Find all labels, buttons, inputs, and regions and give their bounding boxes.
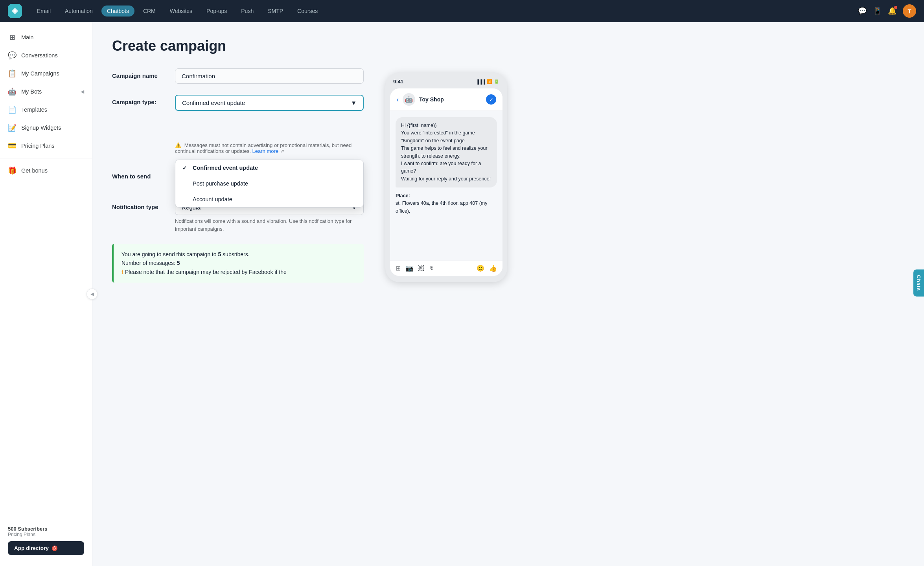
phone-preview-area: 9:41 ▐▐▐ 📶 🔋 ‹ 🤖 Toy Shop ✓	[379, 68, 513, 282]
place-label: Place:	[396, 193, 410, 198]
message-text: Hi {{first_name))You were "interested" i…	[401, 123, 491, 182]
alert-text4: Please note that the campaign may be rej…	[125, 269, 287, 275]
main-icon: ⊞	[8, 33, 17, 42]
phone-chat-header: ‹ 🤖 Toy Shop ✓	[390, 88, 502, 111]
mic-icon[interactable]: 🎙	[429, 265, 435, 272]
sidebar-label-main: Main	[21, 34, 33, 40]
campaign-type-dropdown-button[interactable]: Confirmed event update ▼	[175, 95, 364, 111]
chat-name: Toy Shop	[419, 96, 482, 103]
nav-crm[interactable]: CRM	[138, 6, 161, 17]
app-directory-button[interactable]: App directory β	[8, 541, 84, 555]
main-content: Create campaign Campaign name Campaign t…	[92, 22, 924, 566]
campaigns-icon: 📋	[8, 69, 17, 78]
campaign-type-row: Campaign type: Confirmed event update ▼ …	[112, 95, 364, 158]
campaign-alert-box: You are going to send this campaign to 5…	[112, 244, 364, 283]
sidebar-divider	[0, 158, 92, 158]
nav-email[interactable]: Email	[31, 6, 56, 17]
thumbs-up-icon[interactable]: 👍	[489, 265, 497, 272]
learn-more-link[interactable]: Learn more	[252, 148, 278, 154]
mobile-icon[interactable]: 📱	[873, 7, 882, 15]
option-label-confirmed: Confirmed event update	[193, 165, 258, 171]
alert-text2: subsribers.	[221, 251, 249, 257]
top-navigation: Email Automation Chatbots CRM Websites P…	[0, 0, 924, 22]
nav-smtp[interactable]: SMTP	[262, 6, 289, 17]
logo[interactable]	[8, 4, 22, 18]
notification-note: Notifications will come with a sound and…	[175, 217, 364, 233]
page-title: Create campaign	[112, 38, 904, 54]
phone-time: 9:41	[393, 79, 403, 85]
sidebar-collapse-button[interactable]: ◀	[87, 289, 98, 300]
sidebar-label-bonus: Get bonus	[21, 167, 48, 174]
emoji-icon[interactable]: 🙂	[477, 265, 484, 272]
campaign-type-label: Campaign type:	[112, 95, 175, 105]
option-label-post-purchase: Post purchase update	[193, 180, 248, 187]
phone-bottom-bar: ⊞ 📷 🖼 🎙 🙂 👍	[390, 260, 502, 276]
beta-badge: β	[52, 546, 57, 551]
subscribers-count: 500 Subscribers	[8, 526, 84, 532]
campaign-type-dropdown-wrapper: Confirmed event update ▼ ✓ Confirmed eve…	[175, 95, 364, 158]
phone-status-icons: ▐▐▐ 📶 🔋	[476, 79, 499, 84]
campaign-name-label: Campaign name	[112, 68, 175, 79]
notification-dot	[894, 6, 897, 9]
chat-icon[interactable]: 💬	[858, 7, 867, 15]
sidebar-item-signup-widgets[interactable]: 📝 Signup Widgets	[0, 119, 92, 137]
sidebar-item-main[interactable]: ⊞ Main	[0, 28, 92, 46]
dropdown-chevron-icon: ▼	[351, 99, 357, 106]
app-directory-label: App directory	[14, 545, 49, 551]
nav-popups[interactable]: Pop-ups	[201, 6, 232, 17]
campaign-name-row: Campaign name	[112, 68, 364, 84]
dropdown-option-post-purchase[interactable]: Post purchase update	[175, 176, 363, 191]
sidebar-item-conversations[interactable]: 💬 Conversations	[0, 46, 92, 64]
alert-text1: You are going to send this campaign to	[121, 251, 218, 257]
alert-text: You are going to send this campaign to 5…	[121, 250, 356, 276]
nav-courses[interactable]: Courses	[292, 6, 323, 17]
sidebar-item-bots[interactable]: 🤖 My Bots ◀	[0, 83, 92, 101]
nav-chatbots[interactable]: Chatbots	[101, 6, 134, 17]
bots-chevron-icon: ◀	[81, 89, 84, 94]
sidebar-item-pricing[interactable]: 💳 Pricing Plans	[0, 137, 92, 155]
chats-tab[interactable]: Chats	[913, 269, 924, 296]
option-label-account-update: Account update	[193, 196, 232, 202]
dropdown-selected-value: Confirmed event update	[182, 99, 245, 106]
nav-websites[interactable]: Websites	[164, 6, 198, 17]
campaign-type-notice: ⚠️ Messages must not contain advertising…	[175, 142, 364, 158]
nav-automation[interactable]: Automation	[59, 6, 98, 17]
sidebar: ⊞ Main 💬 Conversations 📋 My Campaigns 🤖 …	[0, 22, 92, 566]
camera-icon[interactable]: 📷	[405, 265, 413, 272]
nav-right-area: 💬 📱 🔔 T	[858, 4, 916, 18]
alert-messages-count: 5	[177, 260, 180, 266]
chat-verified-icon: ✓	[486, 94, 496, 105]
campaign-name-input[interactable]	[175, 68, 364, 84]
sidebar-item-campaigns[interactable]: 📋 My Campaigns	[0, 64, 92, 83]
nav-push[interactable]: Push	[236, 6, 259, 17]
sidebar-label-campaigns: My Campaigns	[21, 70, 59, 77]
sidebar-item-templates[interactable]: 📄 Templates	[0, 101, 92, 119]
phone-chat-area: ‹ 🤖 Toy Shop ✓ Hi {{first_name))You were…	[390, 88, 502, 276]
user-avatar[interactable]: T	[903, 4, 916, 18]
sidebar-item-bonus[interactable]: 🎁 Get bonus	[0, 162, 92, 180]
message-place: Place: st. Flowers 40a, the 4th floor, a…	[396, 192, 497, 215]
place-text: st. Flowers 40a, the 4th floor, app 407 …	[396, 200, 487, 213]
warning-small-icon: ℹ	[121, 269, 123, 275]
signup-icon: 📝	[8, 123, 17, 132]
wifi-icon: 📶	[487, 79, 492, 84]
notification-type-label: Notification type	[112, 200, 175, 210]
warning-icon: ⚠️	[175, 142, 181, 148]
sidebar-label-signup: Signup Widgets	[21, 125, 61, 131]
sidebar-label-bots: My Bots	[21, 88, 42, 95]
dropdown-option-confirmed[interactable]: ✓ Confirmed event update	[175, 160, 363, 176]
chat-back-icon[interactable]: ‹	[396, 96, 399, 104]
pricing-plan-label: Pricing Plans	[8, 532, 84, 537]
campaign-type-dropdown-menu: ✓ Confirmed event update Post purchase u…	[175, 160, 364, 208]
alert-text3: Number of messages:	[121, 260, 177, 266]
pricing-icon: 💳	[8, 142, 17, 150]
sidebar-label-templates: Templates	[21, 107, 47, 113]
image-icon[interactable]: 🖼	[418, 265, 424, 272]
bonus-icon: 🎁	[8, 166, 17, 175]
phone-mockup: 9:41 ▐▐▐ 📶 🔋 ‹ 🤖 Toy Shop ✓	[385, 72, 507, 282]
svg-point-0	[13, 9, 16, 12]
dropdown-option-account-update[interactable]: Account update	[175, 191, 363, 207]
notification-icon[interactable]: 🔔	[888, 7, 896, 15]
signal-icon: ▐▐▐	[476, 79, 485, 84]
grid-icon[interactable]: ⊞	[396, 265, 401, 272]
